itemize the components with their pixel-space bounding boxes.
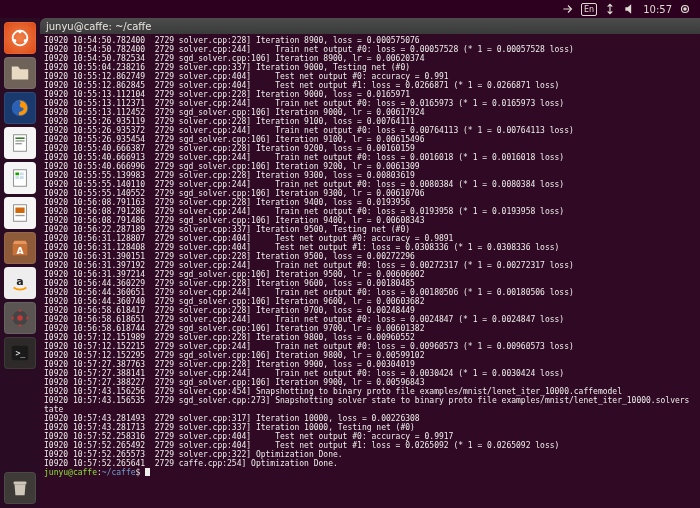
log-line: I0920 10:56:08.791163 2729 solver.cpp:22… (44, 198, 696, 207)
log-line: I0920 10:56:58.618651 2729 solver.cpp:24… (44, 315, 696, 324)
indicator-area: En 10:57 (561, 2, 700, 16)
log-line: I0920 10:55:26.935119 2729 solver.cpp:22… (44, 117, 696, 126)
log-line: I0920 10:57:52.265492 2729 solver.cpp:40… (44, 441, 696, 450)
launcher-dash[interactable] (4, 22, 36, 54)
svg-text:>_: >_ (15, 348, 25, 358)
window-titlebar[interactable]: junyu@caffe: ~/caffe (40, 18, 700, 34)
svg-rect-13 (20, 173, 24, 176)
log-line: I0920 10:56:22.287189 2729 solver.cpp:33… (44, 225, 696, 234)
log-line: I0920 10:54:50.782400 2729 solver.cpp:24… (44, 45, 696, 54)
svg-rect-8 (15, 138, 24, 139)
forward-mail-icon[interactable] (561, 2, 575, 16)
log-line: I0920 10:57:12.151989 2729 solver.cpp:22… (44, 333, 696, 342)
svg-rect-12 (15, 173, 19, 176)
launcher-files[interactable] (4, 57, 36, 89)
log-line: I0920 10:56:44.360740 2729 sgd_solver.cp… (44, 297, 696, 306)
log-line: I0920 10:56:44.360229 2729 solver.cpp:22… (44, 279, 696, 288)
network-icon[interactable] (603, 2, 617, 16)
svg-rect-17 (15, 208, 24, 214)
prompt-path: ~/caffe (102, 468, 136, 477)
log-line: I0920 10:56:31.128408 2729 solver.cpp:40… (44, 243, 696, 252)
log-line: I0920 10:55:13.112452 2729 sgd_solver.cp… (44, 108, 696, 117)
terminal-output[interactable]: I0920 10:54:50.782400 2729 solver.cpp:22… (40, 34, 700, 508)
log-line: tate (44, 405, 696, 414)
svg-rect-25 (14, 482, 27, 485)
language-indicator[interactable]: En (581, 3, 597, 16)
session-icon[interactable] (678, 2, 692, 16)
log-line: I0920 10:56:31.397192 2729 solver.cpp:24… (44, 261, 696, 270)
svg-point-1 (684, 8, 686, 10)
launcher-writer[interactable] (4, 127, 36, 159)
log-line: I0920 10:56:08.791286 2729 solver.cpp:24… (44, 207, 696, 216)
launcher-firefox[interactable] (4, 92, 36, 124)
sound-icon[interactable] (623, 2, 637, 16)
top-panel: En 10:57 (0, 0, 700, 18)
svg-point-4 (13, 39, 17, 43)
log-line: I0920 10:56:44.360651 2729 solver.cpp:24… (44, 288, 696, 297)
log-line: I0920 10:55:12.862749 2729 solver.cpp:40… (44, 72, 696, 81)
svg-point-3 (18, 30, 22, 34)
log-line: I0920 10:57:52.265641 2729 caffe.cpp:254… (44, 459, 696, 468)
log-line: I0920 10:55:55.139983 2729 solver.cpp:22… (44, 171, 696, 180)
log-line: I0920 10:55:26.935372 2729 solver.cpp:24… (44, 126, 696, 135)
launcher: A a >_ (0, 18, 40, 508)
log-line: I0920 10:55:40.666387 2729 solver.cpp:22… (44, 144, 696, 153)
launcher-settings[interactable] (4, 302, 36, 334)
svg-text:A: A (16, 245, 24, 256)
log-line: I0920 10:57:43.156256 2729 solver.cpp:45… (44, 387, 696, 396)
log-line: I0920 10:57:43.156535 2729 sgd_solver.cp… (44, 396, 696, 405)
log-line: I0920 10:56:31.390151 2729 solver.cpp:22… (44, 252, 696, 261)
svg-rect-14 (15, 176, 19, 179)
log-line: I0920 10:55:12.862845 2729 solver.cpp:40… (44, 81, 696, 90)
launcher-calc[interactable] (4, 162, 36, 194)
launcher-amazon[interactable]: a (4, 267, 36, 299)
log-line: I0920 10:55:55.140110 2729 solver.cpp:24… (44, 180, 696, 189)
log-line: I0920 10:56:31.128807 2729 solver.cpp:40… (44, 234, 696, 243)
svg-point-22 (17, 315, 23, 321)
launcher-trash[interactable] (4, 472, 36, 504)
log-line: I0920 10:55:26.935454 2729 sgd_solver.cp… (44, 135, 696, 144)
launcher-terminal[interactable]: >_ (4, 337, 36, 369)
log-line: I0920 10:56:08.791486 2729 sgd_solver.cp… (44, 216, 696, 225)
log-line: I0920 10:54:50.782400 2729 solver.cpp:22… (44, 36, 696, 45)
log-line: I0920 10:57:27.387763 2729 solver.cpp:22… (44, 360, 696, 369)
log-line: I0920 10:55:04.238216 2729 solver.cpp:33… (44, 63, 696, 72)
window-title: junyu@caffe: ~/caffe (46, 21, 151, 32)
log-line: I0920 10:57:12.152295 2729 sgd_solver.cp… (44, 351, 696, 360)
prompt-line[interactable]: junyu@caffe:~/caffe$ (44, 468, 696, 477)
terminal-window: junyu@caffe: ~/caffe I0920 10:54:50.7824… (40, 18, 700, 508)
launcher-software[interactable]: A (4, 232, 36, 264)
log-line: I0920 10:55:13.112104 2729 solver.cpp:22… (44, 90, 696, 99)
prompt-user-host: junyu@caffe (44, 468, 97, 477)
log-line: I0920 10:57:27.388141 2729 solver.cpp:24… (44, 369, 696, 378)
log-line: I0920 10:56:58.618417 2729 solver.cpp:22… (44, 306, 696, 315)
log-line: I0920 10:55:40.666996 2729 sgd_solver.cp… (44, 162, 696, 171)
log-line: I0920 10:57:12.152215 2729 solver.cpp:24… (44, 342, 696, 351)
svg-point-5 (24, 39, 28, 43)
log-line: I0920 10:56:58.618744 2729 sgd_solver.cp… (44, 324, 696, 333)
svg-rect-18 (15, 215, 24, 216)
log-line: I0920 10:57:52.265573 2729 solver.cpp:32… (44, 450, 696, 459)
log-line: I0920 10:56:31.397214 2729 sgd_solver.cp… (44, 270, 696, 279)
svg-text:a: a (16, 275, 23, 288)
log-line: I0920 10:55:55.140552 2729 sgd_solver.cp… (44, 189, 696, 198)
log-line: I0920 10:54:50.782534 2729 sgd_solver.cp… (44, 54, 696, 63)
log-line: I0920 10:55:13.112371 2729 solver.cpp:24… (44, 99, 696, 108)
launcher-impress[interactable] (4, 197, 36, 229)
clock-indicator[interactable]: 10:57 (643, 2, 672, 16)
log-line: I0920 10:57:43.281493 2729 solver.cpp:31… (44, 414, 696, 423)
svg-rect-9 (15, 140, 24, 141)
cursor (145, 468, 150, 476)
log-line: I0920 10:57:52.258316 2729 solver.cpp:40… (44, 432, 696, 441)
log-line: I0920 10:57:27.388227 2729 sgd_solver.cp… (44, 378, 696, 387)
svg-rect-10 (15, 143, 21, 144)
log-line: I0920 10:57:43.281713 2729 solver.cpp:33… (44, 423, 696, 432)
svg-rect-15 (20, 176, 24, 179)
log-line: I0920 10:55:40.666913 2729 solver.cpp:24… (44, 153, 696, 162)
